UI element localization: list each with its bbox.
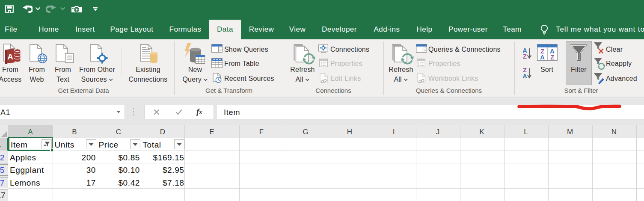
svg-text:Z: Z (523, 53, 527, 59)
svg-text:A: A (7, 52, 13, 61)
svg-text:A: A (522, 73, 527, 79)
svg-text:Z: Z (550, 53, 554, 61)
svg-text:A: A (540, 53, 545, 61)
